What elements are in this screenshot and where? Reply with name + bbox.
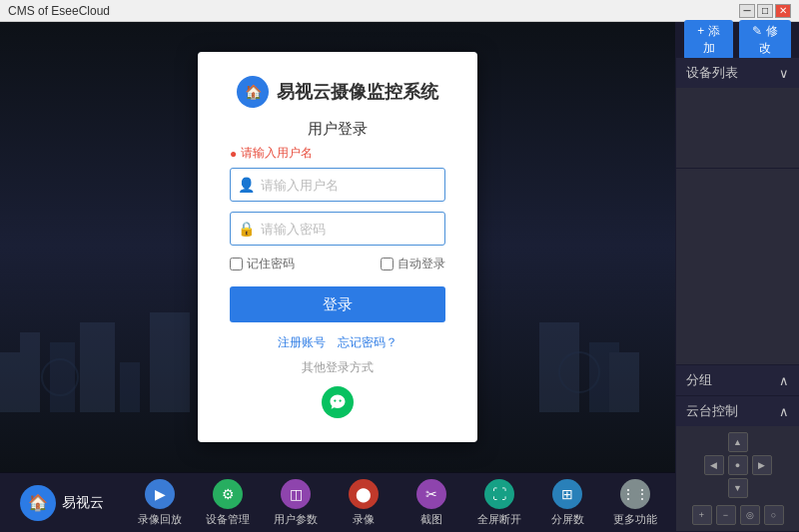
ptz-bot-row: ▼ (704, 478, 772, 498)
device-list-content (676, 88, 799, 168)
user-icon: 👤 (238, 177, 255, 193)
login-dialog: 🏠 易视云摄像监控系统 用户登录 ● 请输入用户名 👤 🔒 (198, 52, 477, 442)
toolbar-item-device-mgmt[interactable]: ⚙设备管理 (196, 477, 260, 529)
forgot-password-link[interactable]: 忘记密码？ (338, 334, 398, 351)
toolbar-label-playback: 录像回放 (138, 512, 182, 527)
register-link[interactable]: 注册账号 (278, 334, 326, 351)
ptz-zoom-in-button[interactable]: + (692, 505, 712, 525)
group-chevron: ∧ (779, 373, 789, 388)
toolbar-icon-playback: ▶ (145, 479, 175, 509)
brand-name: 易视云 (62, 494, 104, 512)
toolbar-item-screenshot[interactable]: ✂截图 (400, 477, 463, 529)
toolbar-item-more[interactable]: ⋮⋮更多功能 (603, 477, 667, 529)
system-title: 易视云摄像监控系统 (277, 80, 438, 104)
sidebar-spacer (676, 169, 799, 364)
username-input[interactable] (230, 168, 445, 202)
ptz-center-button[interactable]: ● (728, 455, 748, 475)
right-sidebar: + 添加 ✎ 修改 设备列表 ∨ 分组 ∧ (675, 22, 799, 532)
ptz-header[interactable]: 云台控制 ∧ (676, 396, 799, 426)
svg-rect-4 (120, 362, 140, 412)
toolbar-label-device-mgmt: 设备管理 (206, 512, 250, 527)
login-button[interactable]: 登录 (230, 286, 445, 322)
device-list-label: 设备列表 (686, 64, 738, 82)
toolbar-item-fullscreen[interactable]: ⛶全屏断开 (467, 477, 531, 529)
device-list-chevron: ∨ (779, 66, 789, 81)
ptz-label: 云台控制 (686, 402, 738, 420)
remember-password-checkbox[interactable] (230, 258, 243, 270)
svg-rect-3 (80, 322, 115, 412)
ptz-controls: ▲ ◀ ● ▶ ▼ + − (676, 426, 799, 531)
ptz-section: 云台控制 ∧ ▲ ◀ ● ▶ ▼ (676, 396, 799, 532)
brand-logo-icon: 🏠 (20, 485, 56, 521)
toolbar-items: ▶录像回放⚙设备管理◫用户参数⬤录像✂截图⛶全屏断开⊞分屏数⋮⋮更多功能 (128, 477, 667, 529)
sidebar-inner: + 添加 ✎ 修改 设备列表 ∨ 分组 ∧ (676, 22, 799, 532)
brand-logo: 🏠 易视云 (8, 485, 128, 521)
toolbar-label-split-screen: 分屏数 (551, 512, 584, 527)
title-bar: CMS of EseeCloud ─ □ ✕ (0, 0, 799, 22)
main-container: 🏠 易视云摄像监控系统 用户登录 ● 请输入用户名 👤 🔒 (0, 22, 799, 532)
minimize-button[interactable]: ─ (739, 4, 755, 18)
ptz-mid-row: ◀ ● ▶ (704, 455, 772, 475)
sidebar-top-buttons: + 添加 ✎ 修改 (676, 22, 799, 58)
toolbar-icon-fullscreen: ⛶ (484, 479, 514, 509)
svg-rect-1 (20, 332, 40, 412)
toolbar-icon-split-screen: ⊞ (552, 479, 582, 509)
toolbar-item-playback[interactable]: ▶录像回放 (128, 477, 192, 529)
auto-login-label[interactable]: 自动登录 (381, 256, 445, 272)
login-links: 注册账号 忘记密码？ (230, 334, 445, 351)
social-icons (230, 386, 445, 418)
group-header[interactable]: 分组 ∧ (676, 365, 799, 395)
username-wrapper: 👤 (230, 168, 445, 202)
group-label: 分组 (686, 371, 712, 389)
edit-device-button[interactable]: ✎ 修改 (739, 20, 791, 60)
toolbar-icon-screenshot: ✂ (416, 479, 446, 509)
password-wrapper: 🔒 (230, 212, 445, 246)
ptz-top-row: ▲ (704, 432, 772, 452)
wechat-login-button[interactable] (322, 386, 354, 418)
error-message: ● 请输入用户名 (230, 145, 445, 162)
error-icon: ● (230, 147, 237, 161)
ptz-focus-near-button[interactable]: ◎ (740, 505, 760, 525)
svg-rect-2 (50, 342, 75, 412)
toolbar-label-more: 更多功能 (613, 512, 657, 527)
toolbar-label-record: 录像 (353, 512, 375, 527)
toolbar-icon-user-params: ◫ (281, 479, 311, 509)
ptz-chevron: ∧ (779, 404, 789, 419)
toolbar-icon-record: ⬤ (349, 479, 379, 509)
svg-rect-10 (609, 352, 639, 412)
content-background: 🏠 易视云摄像监控系统 用户登录 ● 请输入用户名 👤 🔒 (0, 22, 675, 472)
toolbar-icon-more: ⋮⋮ (620, 479, 650, 509)
ptz-zoom-out-button[interactable]: − (716, 505, 736, 525)
other-login-label: 其他登录方式 (230, 359, 445, 376)
ptz-up-button[interactable]: ▲ (728, 432, 748, 452)
ptz-focus-far-button[interactable]: ○ (764, 505, 784, 525)
left-area: 🏠 易视云摄像监控系统 用户登录 ● 请输入用户名 👤 🔒 (0, 22, 675, 532)
toolbar-item-record[interactable]: ⬤录像 (332, 477, 396, 529)
toolbar-item-user-params[interactable]: ◫用户参数 (264, 477, 328, 529)
group-section: 分组 ∧ (676, 364, 799, 396)
login-form-title: 用户登录 (230, 120, 445, 139)
logo-icon: 🏠 (237, 76, 269, 108)
device-list-section: 设备列表 ∨ (676, 58, 799, 169)
login-header: 🏠 易视云摄像监控系统 (230, 76, 445, 108)
app-title: CMS of EseeCloud (8, 4, 110, 18)
toolbar-label-screenshot: 截图 (420, 512, 442, 527)
lock-icon: 🔒 (238, 221, 255, 237)
auto-login-checkbox[interactable] (381, 258, 394, 270)
maximize-button[interactable]: □ (757, 4, 773, 18)
password-input[interactable] (230, 212, 445, 246)
ptz-left-button[interactable]: ◀ (704, 455, 724, 475)
ptz-right-button[interactable]: ▶ (752, 455, 772, 475)
bottom-toolbar: 🏠 易视云 ▶录像回放⚙设备管理◫用户参数⬤录像✂截图⛶全屏断开⊞分屏数⋮⋮更多… (0, 472, 675, 532)
remember-password-label[interactable]: 记住密码 (230, 256, 295, 272)
toolbar-label-user-params: 用户参数 (274, 512, 318, 527)
ptz-down-button[interactable]: ▼ (728, 478, 748, 498)
close-button[interactable]: ✕ (775, 4, 791, 18)
toolbar-item-split-screen[interactable]: ⊞分屏数 (535, 477, 599, 529)
toolbar-icon-device-mgmt: ⚙ (213, 479, 243, 509)
device-list-header[interactable]: 设备列表 ∨ (676, 58, 799, 88)
toolbar-label-fullscreen: 全屏断开 (477, 512, 521, 527)
add-device-button[interactable]: + 添加 (684, 20, 733, 60)
window-controls: ─ □ ✕ (739, 4, 791, 18)
ptz-zoom-row: + − ◎ ○ (692, 505, 784, 525)
